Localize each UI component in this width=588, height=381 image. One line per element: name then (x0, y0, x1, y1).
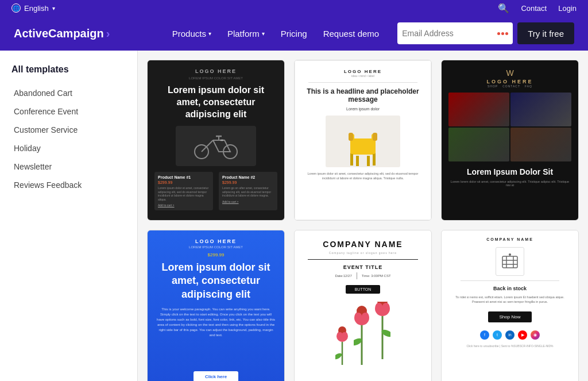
card1-p2-name: Product Name #2 (222, 175, 274, 179)
language-chevron[interactable]: ▾ (52, 5, 55, 11)
card1-p1-name: Product Name #1 (158, 175, 210, 179)
card2-body: Lorem ipsum dolor sit amet, consectetur … (302, 172, 424, 180)
card-stock-content: COMPANY NAME Back in stock To ridet si n… (442, 230, 578, 381)
card4-cta-button[interactable]: Click here (194, 371, 238, 381)
card6-divider (461, 280, 559, 281)
nav-products[interactable]: Products (165, 25, 218, 42)
email-input[interactable] (402, 29, 494, 38)
dot-2 (501, 32, 504, 35)
logo-text: ActiveCampaign (14, 27, 104, 40)
search-icon[interactable]: 🔍 (498, 3, 509, 14)
card3-img2 (510, 93, 571, 126)
template-card-6[interactable]: COMPANY NAME Back in stock To ridet si n… (441, 230, 579, 381)
card1-product1: Product Name #1 $299.99 Lorem ipsum dolo… (154, 172, 213, 210)
try-free-button[interactable]: Try it free (517, 22, 574, 44)
card3-logo: LOGO HERE (486, 79, 533, 84)
svg-line-2 (202, 140, 213, 152)
card6-cart-icon (496, 247, 524, 276)
nav-bar: ActiveCampaign › Products Platform Prici… (0, 16, 588, 51)
sidebar-item-newsletter[interactable]: Newsletter (11, 157, 126, 176)
card1-headline: Lorem ipsum dolor sit amet, consectetur … (154, 84, 277, 120)
card3-body: Lorem lorem dolor sit amet, consectetur … (448, 180, 571, 187)
nav-request-demo[interactable]: Request demo (316, 25, 386, 42)
sidebar: All templates Abandoned Cart Conference … (0, 51, 138, 381)
svg-rect-7 (350, 153, 353, 166)
card2-chair-image (326, 116, 400, 167)
twitter-icon[interactable]: t (493, 330, 502, 340)
card-event-content: COMPANY NAME Company tagline or slogan g… (295, 230, 431, 381)
template-card-3[interactable]: W LOGO HERE SHOP CONTACT FAQ Lorem Ipsum… (441, 60, 579, 221)
card4-logo: LOGO HERE (195, 238, 237, 244)
card3-nav: SHOP CONTACT FAQ (488, 84, 532, 88)
card3-nav1: SHOP (488, 84, 498, 88)
bike-illustration (187, 132, 245, 160)
logo-arrow: › (106, 27, 110, 40)
card2-divider (308, 82, 418, 83)
youtube-icon[interactable]: ▶ (518, 330, 527, 340)
chair-illustration (334, 121, 392, 167)
card1-products-row: Product Name #1 $299.99 Lorem ipsum dolo… (154, 172, 277, 210)
card-white-content: LOGO HERE idea • mind • label This is a … (295, 60, 431, 220)
cart-icon (501, 253, 519, 270)
nav-platform[interactable]: Platform (220, 25, 272, 42)
sidebar-item-conference-event[interactable]: Conference Event (11, 102, 126, 121)
card3-headline: Lorem Ipsum Dolor Sit (467, 167, 553, 176)
card6-shop-button[interactable]: Shop Now (488, 311, 532, 322)
card1-p1-cta[interactable]: Add to cart > (158, 203, 210, 207)
email-dots (497, 32, 508, 35)
card3-nav2: CONTACT (502, 84, 520, 88)
svg-rect-9 (356, 156, 359, 166)
svg-point-26 (362, 313, 369, 320)
svg-point-31 (376, 303, 382, 310)
template-card-1[interactable]: LOGO HERE LOREM IPSUM COLOR SIT AMET Lor… (147, 60, 285, 221)
card5-time: Time: 3:00PM CST (362, 274, 391, 278)
card3-img3 (448, 128, 509, 161)
card5-button[interactable]: BUTTON (346, 285, 381, 294)
card3-images-grid (448, 93, 571, 161)
facebook-icon[interactable]: f (480, 330, 489, 340)
card-dark-content: LOGO HERE LOREM IPSUM COLOR SIT AMET Lor… (148, 60, 284, 220)
sidebar-item-reviews-feedback[interactable]: Reviews Feedback (11, 176, 126, 194)
card1-p2-desc: Lorem go on after amet, consectetur adip… (222, 186, 274, 198)
card2-logo: LOGO HERE (344, 69, 382, 74)
card3-nav3: FAQ (525, 84, 532, 88)
card1-p1-price: $299.99 (158, 180, 210, 184)
dot-3 (505, 32, 508, 35)
card-blue-content: LOGO HERE LOREM IPSUM COLOR SIT AMET $29… (148, 230, 284, 381)
card1-p1-desc: Lorem ipsum dolor et amet, consectetur a… (158, 186, 210, 201)
card1-bike-image (176, 126, 256, 166)
card4-price: $299.99 (208, 252, 225, 257)
language-label[interactable]: English (24, 4, 49, 13)
nav-logo[interactable]: ActiveCampaign › (14, 27, 110, 40)
card5-date: Date:12/27 (335, 274, 351, 278)
svg-rect-33 (502, 256, 517, 268)
card2-lorem: Lorem ipsum dolor (346, 107, 380, 111)
card1-p2-cta[interactable]: Add to cart > (222, 200, 274, 203)
instagram-icon[interactable]: ◉ (531, 330, 540, 340)
card1-sub: LOREM IPSUM COLOR SIT AMET (189, 76, 243, 80)
card5-company: COMPANY NAME (323, 240, 403, 249)
flower-2 (354, 302, 370, 365)
card4-headline: Lorem ipsum dolor sit amet, consectetur … (154, 261, 277, 301)
top-bar-right: 🔍 Contact Login (498, 3, 577, 14)
sidebar-item-holiday[interactable]: Holiday (11, 139, 126, 157)
card2-headline: This is a headline and placeholder messa… (302, 87, 424, 103)
card3-img4 (510, 128, 571, 161)
flower-3 (374, 302, 390, 359)
card6-body: To ridet si nemo est, sofficit etiam. Lo… (448, 295, 571, 305)
login-link[interactable]: Login (558, 4, 577, 13)
sidebar-item-customer-service[interactable]: Customer Service (11, 121, 126, 139)
linkedin-icon[interactable]: in (505, 330, 514, 340)
card6-unsub: Click here to unsubscribe | Sent to %SUB… (466, 344, 553, 348)
template-card-5[interactable]: COMPANY NAME Company tagline or slogan g… (294, 230, 432, 381)
template-card-2[interactable]: LOGO HERE idea • mind • label This is a … (294, 60, 432, 221)
flower-1 (335, 319, 349, 365)
card3-logo-icon: W (506, 68, 513, 78)
sidebar-item-abandoned-cart[interactable]: Abandoned Cart (11, 84, 126, 102)
svg-point-38 (509, 253, 511, 256)
template-card-4[interactable]: LOGO HERE LOREM IPSUM COLOR SIT AMET $29… (147, 230, 285, 381)
nav-pricing[interactable]: Pricing (274, 25, 314, 42)
contact-link[interactable]: Contact (521, 4, 547, 13)
card1-p2-price: $299.99 (222, 180, 274, 184)
card5-sub: Company tagline or slogan goes here (329, 251, 397, 255)
